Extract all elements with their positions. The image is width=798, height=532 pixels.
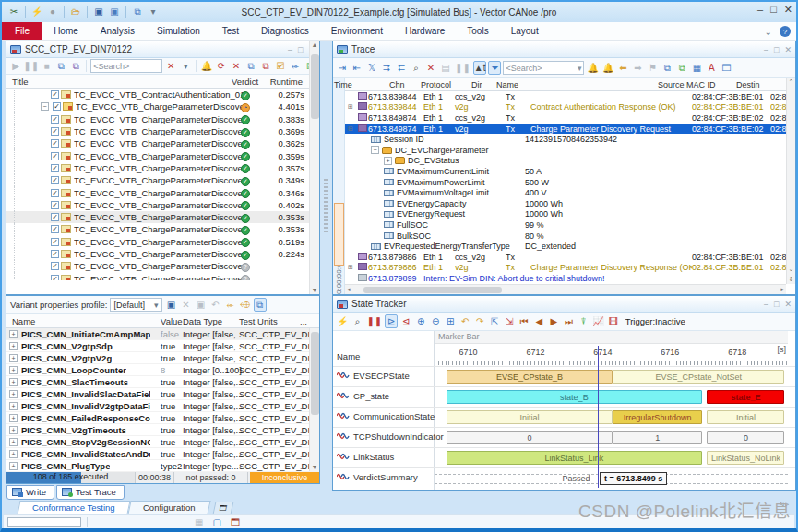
- play-icon[interactable]: ▶: [9, 59, 22, 73]
- trace-col-chn[interactable]: Chn: [389, 80, 405, 89]
- test-case-row[interactable]: ✓TC_EVCC_VTB_ChargeParameterDiscovery_01…: [6, 236, 319, 248]
- tab-home[interactable]: Home: [42, 22, 89, 40]
- state-segment[interactable]: state_B: [447, 390, 702, 404]
- tab-hardware[interactable]: Hardware: [394, 22, 456, 40]
- tree-expand-icon[interactable]: +: [9, 462, 18, 470]
- flash-icon[interactable]: ⚡: [336, 314, 349, 328]
- freeze-icon[interactable]: ▤: [439, 61, 452, 75]
- trace-message-row[interactable]: 6713.839844Eth 1ccs_v2gTx02:84:CF:3B:BE:…: [345, 91, 786, 102]
- stopfilter-icon[interactable]: ⮄: [395, 61, 408, 75]
- browse-button[interactable]: ...: [300, 413, 307, 423]
- trace-detail-row[interactable]: EVEnergyRequest10000 Wh: [345, 209, 786, 220]
- export-profile-icon[interactable]: ⬲: [239, 298, 252, 312]
- export-icon[interactable]: ⧉: [675, 61, 688, 75]
- checkbox-checked-icon[interactable]: ✓: [51, 164, 59, 172]
- browse-button[interactable]: ...: [300, 389, 307, 399]
- time-marker-line[interactable]: [598, 346, 599, 488]
- variant-property-row[interactable]: +PICS_CMN_V2gtpSdptrueInteger [false,...…: [6, 340, 319, 352]
- save-as-profile-icon[interactable]: ▣: [195, 298, 208, 312]
- test-case-row[interactable]: −✓TC_EVCC_VTB_ChargeParameterDiscovery◔4…: [6, 100, 319, 112]
- browse-button[interactable]: ...: [300, 353, 307, 363]
- compile-icon[interactable]: ▢: [212, 517, 220, 527]
- test-search-input[interactable]: <Search>: [90, 59, 162, 73]
- breakpoint-icon[interactable]: 🔔: [200, 59, 213, 73]
- trace-detail-row[interactable]: EVMaximumCurrentLimit50 A: [345, 166, 786, 177]
- trace-message-row[interactable]: ⊞6713.879886Eth 1v2gTxCharge Parameter D…: [345, 263, 786, 274]
- col-title[interactable]: Title: [6, 77, 29, 87]
- test-case-row[interactable]: ✓TC_EVCC_VTB_ChargeParameterDiscovery_00…: [6, 113, 319, 125]
- pause-icon[interactable]: ❚❚: [454, 61, 471, 75]
- add-desktop-button[interactable]: 🗔: [213, 502, 234, 514]
- variant-profile-select[interactable]: [Default]▾: [110, 298, 161, 312]
- undo-icon[interactable]: ↶: [209, 298, 222, 312]
- browse-button[interactable]: ...: [300, 401, 307, 411]
- trace-expand-icon[interactable]: ⊞: [345, 103, 356, 111]
- trace-expand-icon[interactable]: ⊟: [345, 125, 356, 133]
- zoom-in-icon[interactable]: ⊕: [414, 314, 427, 328]
- trace-vscrollbar[interactable]: ⌃⌄⇕: [786, 78, 795, 284]
- checkbox-checked-icon[interactable]: ✓: [51, 115, 59, 124]
- redo-icon[interactable]: ↷: [473, 314, 486, 328]
- signal-track[interactable]: LinkStatus_LinkLinkStatus_NoLink: [435, 450, 788, 466]
- capl-browser-icon[interactable]: ▦: [195, 517, 203, 527]
- trace-detail-row[interactable]: EVMaximumVoltageLimit400 V: [345, 187, 786, 198]
- signal-track[interactable]: EVSE_CPstate_BEVSE_CPstate_NotSet: [435, 369, 788, 384]
- checkbox-checked-icon[interactable]: ✓: [51, 189, 59, 197]
- minimize-button[interactable]: –: [757, 4, 763, 16]
- tab-write[interactable]: Write: [6, 485, 54, 500]
- state-segment[interactable]: 0: [707, 431, 784, 444]
- tab-simulation[interactable]: Simulation: [146, 22, 211, 40]
- checkbox-checked-icon[interactable]: ✓: [51, 213, 59, 221]
- checkbox-checked-icon[interactable]: ✓: [51, 90, 59, 99]
- funnel-icon[interactable]: ⏷: [488, 61, 501, 75]
- trace-minimize[interactable]: –: [764, 45, 768, 54]
- tab-analysis[interactable]: Analysis: [89, 22, 146, 40]
- state-segment[interactable]: LinkStatus_Link: [447, 451, 702, 465]
- trace-message-row[interactable]: 6713.879886Eth 1ccs_v2gTx02:84:CF:3B:BE:…: [345, 252, 786, 263]
- state-segment[interactable]: Initial: [707, 410, 784, 424]
- save-profile-icon[interactable]: ▣: [165, 298, 178, 312]
- goto-icon[interactable]: ⧉: [259, 59, 272, 73]
- trace-detail-row[interactable]: FullSOC99 %: [345, 219, 786, 231]
- tree-expand-icon[interactable]: +: [9, 378, 18, 386]
- signal-track[interactable]: InitialIrregularShutdownInitial: [435, 409, 788, 425]
- search-next-icon[interactable]: 🔔: [601, 61, 614, 75]
- state-minimize[interactable]: –: [764, 300, 768, 309]
- checkbox-checked-icon[interactable]: ✓: [53, 102, 61, 111]
- tab-test-trace[interactable]: Test Trace: [56, 485, 125, 500]
- prefilter-icon[interactable]: ⮆: [380, 61, 393, 75]
- delete-icon[interactable]: ✕: [424, 61, 437, 75]
- delete-profile-icon[interactable]: ✕: [180, 298, 193, 312]
- trace-detail-row[interactable]: Session ID14123915708462353942: [345, 134, 786, 145]
- report-icon[interactable]: ⧉: [54, 59, 67, 73]
- test-case-row[interactable]: ✓TC_EVCC_VTB_ContractAuthentication_013✓…: [6, 89, 319, 100]
- import-profile-icon[interactable]: ⬰: [224, 298, 237, 312]
- trace-maximize[interactable]: □: [774, 45, 779, 54]
- tree-collapse-icon[interactable]: −: [371, 146, 379, 154]
- variant-property-row[interactable]: +PICS_CMN_InvalidV2gtpDataFie...trueInte…: [6, 400, 319, 412]
- tree-expand-icon[interactable]: +: [9, 414, 18, 422]
- trace-detail-row[interactable]: BulkSOC80 %: [345, 231, 786, 242]
- remove-icon[interactable]: ✕: [230, 59, 243, 73]
- col-testunits[interactable]: Test Units: [239, 316, 278, 326]
- tab-test[interactable]: Test: [211, 22, 250, 40]
- report-config-icon[interactable]: ⧉: [69, 59, 82, 73]
- browse-button[interactable]: ...: [300, 425, 307, 435]
- chart-right-icon[interactable]: ⊴: [399, 314, 412, 328]
- status-input-field[interactable]: [7, 517, 81, 527]
- variant-property-row[interactable]: +PICS_CMN_InitiateCmAmpMapfalseInteger […: [6, 328, 319, 340]
- nav-first-icon[interactable]: ⏮: [518, 314, 530, 328]
- test-case-row[interactable]: ✓TC_EVCC_VTB_ChargeParameterDiscovery_00…: [6, 149, 319, 161]
- variant-property-row[interactable]: +PICS_CMN_PlugTypetype2Integer [type...S…: [6, 460, 319, 472]
- checkbox-checked-icon[interactable]: ✓: [51, 250, 59, 258]
- chart-left-icon[interactable]: ⊵: [385, 314, 398, 328]
- fit-h-icon[interactable]: ⇱: [488, 314, 501, 328]
- tree-expand-icon[interactable]: +: [9, 330, 18, 338]
- checkbox-checked-icon[interactable]: ✓: [51, 127, 59, 136]
- state-segment[interactable]: EVSE_CPstate_B: [447, 370, 613, 384]
- trace-message-row[interactable]: ⊟6713.849874Eth 1v2gTxCharge Parameter D…: [345, 124, 786, 135]
- tree-expand-icon[interactable]: +: [9, 390, 18, 398]
- compare-icon[interactable]: ⧉: [254, 298, 267, 312]
- clear-icon[interactable]: ⇤: [351, 61, 363, 75]
- bookmark-icon[interactable]: ⚑: [646, 61, 659, 75]
